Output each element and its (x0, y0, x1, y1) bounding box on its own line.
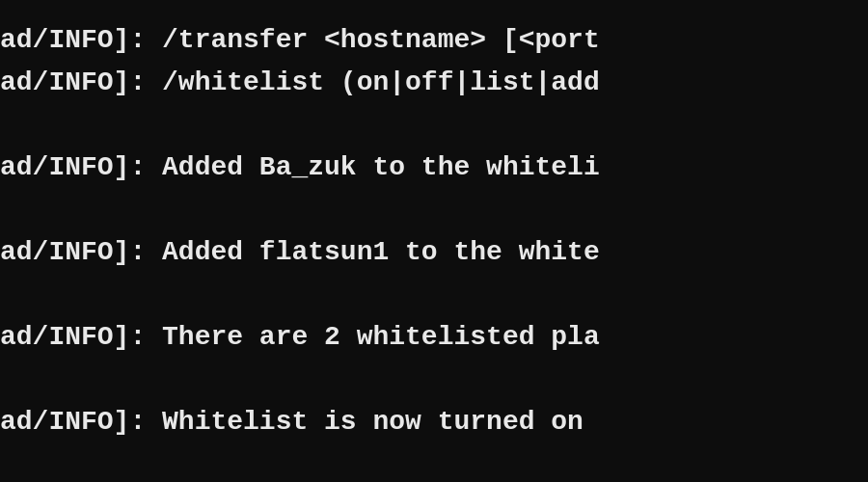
log-line-4: ad/INFO]: Added Ba_zuk to the whiteli (0, 147, 868, 189)
log-line-10: ad/INFO]: Whitelist is now turned on (0, 401, 868, 443)
log-line-9 (0, 359, 868, 401)
log-line-2: ad/INFO]: /whitelist (on|off|list|add (0, 62, 868, 104)
log-line-6: ad/INFO]: Added flatsun1 to the white (0, 231, 868, 274)
log-line-7 (0, 274, 868, 316)
log-line-3 (0, 104, 868, 147)
log-line-5 (0, 189, 868, 231)
log-line-8: ad/INFO]: There are 2 whitelisted pla (0, 316, 868, 359)
log-line-1: ad/INFO]: /transfer <hostname> [<port (0, 19, 868, 62)
terminal-window: ad/INFO]: /transfer <hostname> [<port ad… (0, 0, 868, 482)
